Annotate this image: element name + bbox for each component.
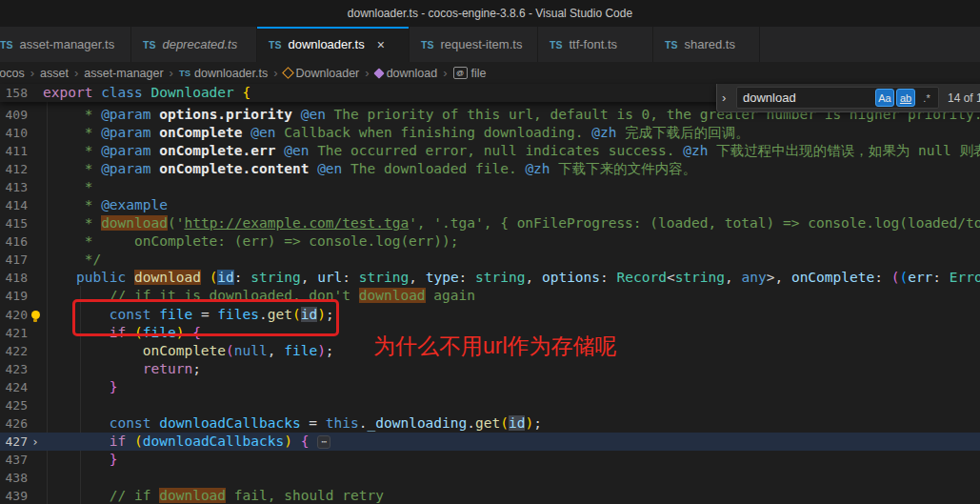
code-token: err [908,270,932,285]
code-token: string [475,270,525,285]
code-token: ( [134,325,143,340]
code-token: ( [226,343,234,358]
lightbulb-icon[interactable] [31,311,40,319]
code-text: const file = files.get(id); [43,306,980,324]
tab-shared-ts[interactable]: TSshared.ts [653,27,760,62]
find-results-count: 14 of 1 [948,91,980,105]
breadcrumb-label: asset [40,67,69,80]
code-line-413[interactable]: 413 * [0,178,980,196]
code-token: const [110,307,151,322]
code-token: string [359,270,409,285]
code-token: ; [326,307,334,322]
breadcrumb-label: file [471,67,487,80]
close-icon[interactable]: × [377,38,385,51]
line-number: 411 [0,144,28,158]
code-token: @en [284,143,309,158]
code-line-426[interactable]: 426 const downloadCallbacks = this._down… [0,414,980,433]
line-number: 439 [0,489,28,503]
breadcrumb-item-Downloader[interactable]: Downloader [284,67,360,80]
tab-ttf-font-ts[interactable]: TSttf-font.ts [538,27,653,62]
code-token: files [217,307,259,322]
code-token: onComplete [159,125,242,140]
fold-chevron-icon[interactable]: › [31,434,39,449]
find-expand-chevron-icon[interactable]: › [722,91,736,105]
tab-asset-manager-ts[interactable]: TSasset-manager.ts [0,27,131,62]
breadcrumb-item-file[interactable]: @file [453,67,487,80]
code-line-439[interactable]: 439 // if download fail, should retry [0,487,980,504]
breadcrumb-item-downloader-ts[interactable]: TSdownloader.ts [179,67,268,80]
code-token: ) [525,415,533,431]
whole-word-toggle[interactable]: ab [896,89,915,107]
code-token: if [110,325,126,340]
code-line-424[interactable]: 424 } [0,378,980,396]
code-token: id [301,307,317,322]
code-line-416[interactable]: 416 * onComplete: (err) => console.log(e… [0,232,980,251]
find-input-box[interactable]: Aa ab .* [736,87,939,109]
tab-downloader-ts[interactable]: TSdownloader.ts× [257,27,410,62]
breadcrumb-label: asset-manager [84,67,163,80]
editor[interactable]: 409 * @param options.priority @en The pr… [0,102,980,504]
code-token: @example [101,197,168,212]
code-line-415[interactable]: 415 * download('http://example.com/test.… [0,214,980,232]
breadcrumb-item-asset-manager[interactable]: asset-manager [84,67,163,80]
code-line-438[interactable]: 438 [0,469,980,487]
code-token [43,379,110,394]
code-line-411[interactable]: 411 * @param onComplete.err @en The occu… [0,142,980,160]
code-token: string [675,270,725,285]
code-line-437[interactable]: 437 } [0,451,980,469]
title-bar: downloader.ts - cocos-engine-3.8.6 - Vis… [0,0,980,27]
typescript-file-icon: TS [665,39,677,50]
code-line-410[interactable]: 410 * @param onComplete @en Callback whe… [0,124,980,142]
code-token: Record [617,270,667,285]
code-token: = [192,307,217,322]
code-token: , [409,270,425,285]
typescript-file-icon: TS [269,39,281,50]
field-symbol-icon: @ [453,67,468,79]
code-line-419[interactable]: 419 // if it is downloaded, don't downlo… [0,287,980,305]
tab-request-item-ts[interactable]: TSrequest-item.ts [410,27,538,62]
breadcrumb-separator-icon: › [365,66,369,80]
breadcrumb-item-cocos[interactable]: cocos [0,67,25,80]
code-line-418[interactable]: 418 public download (id: string, url: st… [0,269,980,287]
code-token [143,85,151,100]
code-line-425[interactable]: 425 [0,396,980,414]
code-line-417[interactable]: 417 */ [0,251,980,269]
code-token: , [525,270,541,285]
code-token [234,85,243,100]
tab-deprecated-ts[interactable]: TSdeprecated.ts [131,27,257,62]
code-token: The downloaded file. [342,161,525,176]
breadcrumb-item-download[interactable]: download [375,67,438,80]
code-token: again [426,288,475,303]
code-token: onComplete [143,343,226,358]
find-input[interactable] [743,91,873,105]
code-line-412[interactable]: 412 * @param onComplete.content @en The … [0,160,980,178]
regex-toggle[interactable]: .* [917,89,936,107]
code-token [43,415,110,431]
breadcrumb-separator-icon: › [273,66,277,80]
code-line-420[interactable]: 420 const file = files.get(id); [0,306,980,324]
code-token: return [143,361,192,376]
tab-label: downloader.ts [288,37,364,51]
code-token: null [234,343,268,358]
code-token: * [85,161,101,176]
match-case-toggle[interactable]: Aa [875,89,894,107]
code-line-427[interactable]: 427› if (downloadCallbacks) { ⋯ [0,433,980,451]
code-token: downloadCallbacks [143,433,284,449]
code-token: @zh [525,161,550,176]
code-token [92,85,101,100]
line-number: 422 [0,344,28,358]
code-line-414[interactable]: 414 * @example [0,196,980,214]
code-token: download [134,270,201,285]
code-line-423[interactable]: 423 return; [0,360,980,378]
code-text: * download('http://example.com/test.tga'… [43,214,980,232]
breadcrumb-item-asset[interactable]: asset [40,67,69,80]
code-text: } [43,378,980,396]
line-number: 427 [0,434,28,449]
code-token [43,361,143,376]
code-token: @param [101,161,150,176]
code-token: . [359,415,368,431]
code-token [43,270,76,285]
code-token [43,252,85,267]
code-token: if [110,433,126,449]
code-token: 下载下来的文件内容。 [550,161,697,176]
